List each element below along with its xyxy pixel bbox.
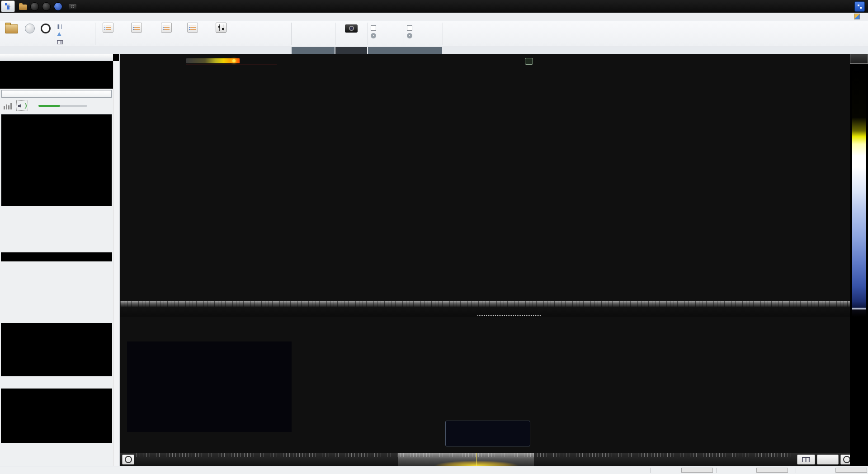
start-icon [25,24,35,33]
frequency-display[interactable] [0,68,113,89]
volume-slider[interactable] [38,105,87,107]
list-icon [103,23,113,33]
equalizer-icon[interactable] [4,102,13,109]
frequency-tooltip [445,421,530,446]
history-button[interactable] [315,22,333,41]
axis-tick-band [120,301,850,307]
lo-mode-button[interactable] [180,23,205,40]
waterfall-colorbar[interactable] [850,54,868,466]
noise-blanker-section [407,23,443,38]
keyboard-icon [57,40,63,44]
filter-header[interactable] [0,382,113,389]
size-progress-bar [835,468,867,473]
noise-blanker-options[interactable] [407,33,443,38]
s-meter-dot-icon [232,59,236,62]
speaker-icon[interactable] [16,100,28,111]
bandwidth-icon [57,24,62,29]
tuning-dots [477,315,541,316]
spectrum-canvas[interactable] [120,54,850,301]
audio-progress-bar [756,468,788,473]
list-icon [131,23,142,33]
sliders-icon [216,23,226,33]
previous-button[interactable] [293,22,314,36]
agc-header[interactable] [0,447,113,453]
group-label-radio [0,47,291,54]
stop-button[interactable] [38,22,53,36]
rf-spectrum-plot[interactable] [120,54,850,301]
noise-blanker-enable[interactable] [407,25,443,31]
rx-marker[interactable] [525,58,533,65]
camera-icon[interactable] [69,4,76,9]
group-label-extras [335,47,367,54]
app-logo-icon [854,1,865,12]
screenshot-button[interactable] [337,22,366,36]
audio-spectrum-panel [1,114,112,206]
select-radio-button[interactable] [1,22,22,36]
cpu-progress-bar [681,468,713,473]
filter-panel [1,389,112,443]
style-selector[interactable] [854,14,863,19]
receive-panel-header[interactable] [0,54,113,61]
group-label-rx-frequency [292,47,335,54]
waterfall-overlay-box [127,341,292,432]
org-chart-icon [5,3,12,10]
ribbon-group-labels [0,47,868,54]
visual-gain-button[interactable] [154,23,179,40]
list-icon [161,23,172,33]
nav-zoom-button[interactable] [817,455,839,465]
stop-icon [41,24,51,33]
s-meter-gradient [186,58,240,63]
checkbox-icon[interactable] [371,25,376,31]
spectrum-zone [120,54,850,466]
volume-row [0,99,113,113]
auto-mute-options[interactable] [371,33,402,38]
radio-configuration-button[interactable] [206,23,236,40]
select-radio-icon [5,24,18,33]
ribbon [0,21,868,47]
list-icon [187,23,198,33]
if-waterfall[interactable] [1,261,112,313]
nav-tick-band [137,453,792,457]
if-spectrum[interactable] [1,213,112,252]
stop-icon[interactable] [42,2,51,11]
status-bar [0,466,868,474]
frequency-button[interactable] [57,39,96,46]
rf-gain-button[interactable] [97,23,119,40]
calibration-button[interactable] [57,31,96,38]
band-navigation-bar[interactable] [120,453,850,466]
play-icon[interactable] [30,2,39,11]
keyboard-icon [802,457,810,462]
waterfall[interactable] [120,317,850,453]
panel-scrollbar[interactable] [113,61,119,466]
auto-mute-section [371,23,402,38]
checkbox-icon[interactable] [407,25,412,31]
double-left-arrow-icon [125,456,132,463]
style-icon [854,14,860,19]
s-meter-line [186,65,277,65]
calibration-icon [57,32,61,36]
nav-back-button[interactable] [122,455,134,465]
sdr-console-window [0,0,868,474]
ribbon-tab-row [0,13,868,21]
if-gain-button[interactable] [120,23,153,40]
if-display-header[interactable] [0,207,113,213]
nav-forward-button[interactable] [840,455,850,465]
app-menu-button[interactable] [1,0,15,12]
audio-spectrum-chart [1,114,112,206]
if-spectrum-axis [1,252,112,261]
audio-device-select[interactable] [1,90,112,98]
double-right-arrow-icon [843,456,850,463]
open-folder-icon[interactable] [19,5,27,10]
add-icon[interactable] [54,2,62,11]
mode-header[interactable] [0,317,113,323]
auto-mute-enable[interactable] [371,25,402,31]
mode-panel [1,323,112,376]
bandwidth-button[interactable] [57,23,96,30]
start-button[interactable] [23,22,37,36]
group-label-wideband-dsp [368,47,442,54]
colorbar-auto-button[interactable] [850,54,868,64]
agc-buttons-row [3,455,113,466]
nav-keyboard-button[interactable] [797,455,815,465]
colorbar-gradient[interactable] [852,64,866,447]
frequency-axis[interactable] [120,301,850,317]
